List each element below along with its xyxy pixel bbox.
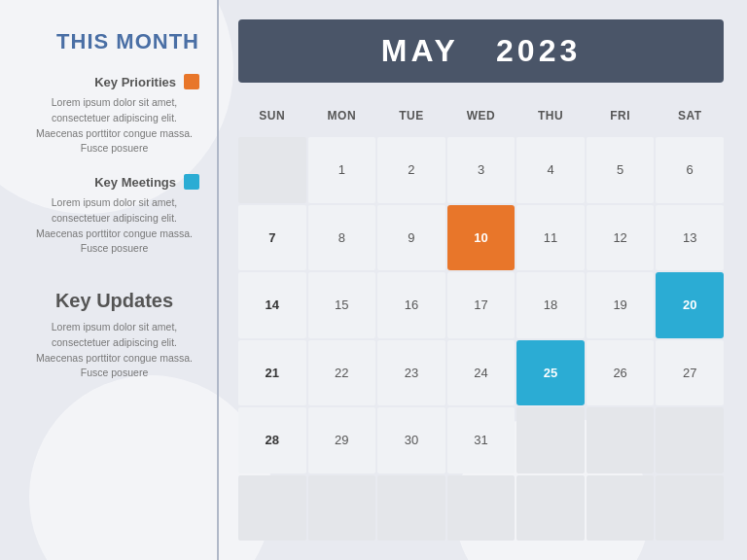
meetings-section: Key Meetings Lorem ipsum dolor sit amet,…: [29, 174, 199, 257]
day-cell: [238, 475, 306, 542]
calendar-week-6: [238, 475, 724, 542]
calendar-month: MAY: [381, 33, 459, 68]
calendar-area: MAY 2023 SUNMONTUEWEDTHUFRISAT 123456789…: [219, 0, 747, 560]
priorities-label: Key Priorities: [94, 75, 176, 89]
day-cell: 12: [587, 205, 655, 271]
sidebar: THIS MONTH Key Priorities Lorem ipsum do…: [0, 0, 219, 560]
day-cell: 15: [308, 272, 376, 338]
calendar-header: MAY 2023: [238, 19, 724, 83]
day-header-thu: THU: [516, 98, 585, 133]
day-cell: 5: [587, 137, 655, 203]
day-header-tue: TUE: [377, 98, 445, 133]
day-cell: 14: [238, 272, 306, 338]
main-container: THIS MONTH Key Priorities Lorem ipsum do…: [0, 0, 747, 560]
day-cell: 11: [516, 205, 585, 271]
day-cell: 22: [308, 340, 376, 406]
calendar-grid: SUNMONTUEWEDTHUFRISAT 123456789101112131…: [238, 98, 724, 541]
calendar-week-4: 21222324252627: [238, 340, 724, 406]
day-cell: 6: [656, 137, 724, 203]
day-cell: 25: [516, 340, 585, 406]
calendar-week-5: 28293031: [238, 407, 724, 473]
day-cell: 20: [656, 272, 724, 338]
meetings-color-indicator: [184, 174, 199, 190]
day-cell: 8: [308, 205, 376, 271]
day-header-sat: SAT: [656, 98, 724, 133]
day-cell: 9: [377, 205, 445, 271]
day-cell: 13: [656, 205, 724, 271]
day-cell: 1: [308, 137, 376, 203]
day-cell: 24: [447, 340, 516, 406]
day-cell: 26: [587, 340, 655, 406]
day-cell: [656, 475, 724, 542]
day-cell: [377, 475, 445, 542]
day-cell: [587, 407, 655, 473]
day-cell: [447, 475, 516, 542]
calendar-week-1: 123456: [238, 137, 724, 203]
day-cell: [516, 407, 585, 473]
updates-section: Key Updates Lorem ipsum dolor sit amet, …: [29, 274, 199, 381]
day-cell: 16: [377, 272, 445, 338]
day-cell: [516, 475, 585, 542]
day-cell: 19: [587, 272, 655, 338]
day-cell: 2: [377, 137, 445, 203]
day-cell: 28: [238, 407, 306, 473]
day-header-fri: FRI: [587, 98, 655, 133]
day-cell: 4: [516, 137, 585, 203]
day-cell: 21: [238, 340, 306, 406]
day-cell: 27: [656, 340, 724, 406]
day-cell: 17: [447, 272, 516, 338]
day-cell: [587, 475, 655, 542]
calendar-year: 2023: [496, 33, 581, 68]
sidebar-divider: [217, 0, 219, 560]
day-cell: 10: [447, 205, 516, 271]
day-cell: 31: [447, 407, 516, 473]
priorities-color-indicator: [184, 74, 199, 89]
day-cell: 7: [238, 205, 306, 271]
day-cell: [656, 407, 724, 473]
priorities-section: Key Priorities Lorem ipsum dolor sit ame…: [29, 74, 199, 157]
priorities-text: Lorem ipsum dolor sit amet, consectetuer…: [29, 95, 199, 157]
priorities-label-row: Key Priorities: [29, 74, 199, 89]
day-cell: 30: [377, 407, 445, 473]
calendar-week-2: 78910111213: [238, 205, 724, 271]
meetings-label: Key Meetings: [94, 175, 176, 190]
day-cell: 29: [308, 407, 376, 473]
calendar-header-row: SUNMONTUEWEDTHUFRISAT: [238, 98, 724, 133]
day-cell: 3: [447, 137, 516, 203]
day-header-wed: WED: [447, 98, 516, 133]
day-cell: 23: [377, 340, 445, 406]
meetings-text: Lorem ipsum dolor sit amet, consectetuer…: [29, 195, 199, 257]
updates-text: Lorem ipsum dolor sit amet, consectetuer…: [29, 320, 199, 381]
sidebar-title: THIS MONTH: [29, 29, 199, 54]
meetings-label-row: Key Meetings: [29, 174, 199, 190]
calendar-title: MAY 2023: [258, 33, 704, 69]
day-cell: [238, 137, 306, 203]
updates-title: Key Updates: [29, 290, 199, 312]
day-cell: 18: [516, 272, 585, 338]
day-header-sun: SUN: [238, 98, 306, 133]
day-header-mon: MON: [308, 98, 376, 133]
day-cell: [308, 475, 376, 542]
calendar-week-3: 14151617181920: [238, 272, 724, 338]
